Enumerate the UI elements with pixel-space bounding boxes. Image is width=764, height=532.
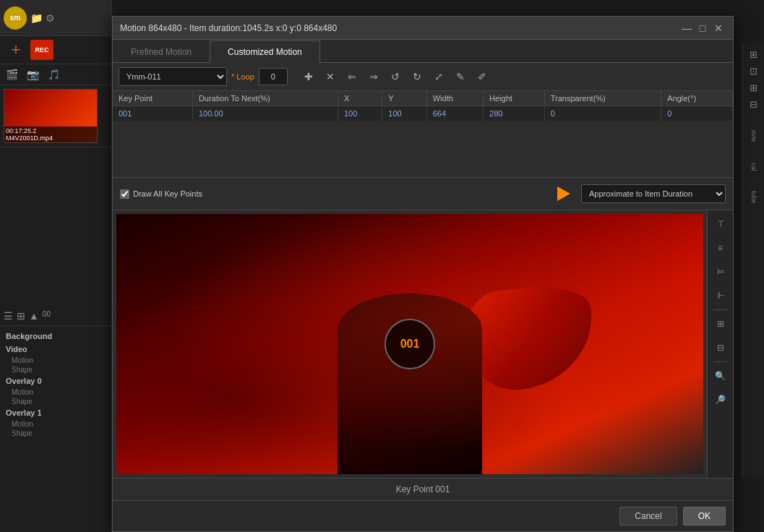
col-keypoint: Key Point bbox=[113, 91, 192, 106]
keypoint-bar: Key Point 001 bbox=[113, 478, 733, 500]
edit-button[interactable]: ✎ bbox=[451, 67, 470, 86]
cancel-button[interactable]: Cancel bbox=[619, 507, 677, 525]
edit2-button[interactable]: ✐ bbox=[473, 67, 492, 86]
maximize-button[interactable]: □ bbox=[695, 21, 710, 35]
ok-button[interactable]: OK bbox=[683, 507, 726, 525]
toolbar-row: Ymm-011 * Loop ✚ ✕ ⇐ ⇒ ↺ ↻ ⤢ ✎ ✐ bbox=[113, 63, 733, 91]
col-duration: Duration To Next(%) bbox=[192, 91, 338, 106]
preset-select[interactable]: Ymm-011 bbox=[119, 67, 227, 86]
action-row: Cancel OK bbox=[113, 500, 733, 531]
flip-button[interactable]: ⤢ bbox=[429, 67, 448, 86]
move-left-button[interactable]: ⇐ bbox=[343, 67, 361, 86]
tab-bar: Prefined Motion Customized Motion bbox=[113, 40, 733, 63]
distribute-h-button[interactable]: ⊞ bbox=[711, 314, 731, 334]
modal-overlay: Motion 864x480 - Item duration:1045.2s x… bbox=[0, 0, 764, 532]
distribute-v-button[interactable]: ⊟ bbox=[711, 338, 731, 358]
video-content: 001 bbox=[116, 214, 703, 474]
draw-all-checkbox[interactable] bbox=[120, 189, 129, 199]
loop-label: * Loop bbox=[231, 72, 254, 81]
loop-input[interactable] bbox=[259, 68, 288, 85]
play-icon bbox=[557, 186, 570, 201]
cell-y: 100 bbox=[382, 106, 426, 121]
draw-all-label[interactable]: Draw All Key Points bbox=[120, 189, 202, 199]
separator2 bbox=[713, 361, 728, 362]
draw-row: Draw All Key Points Approximate to Item … bbox=[113, 178, 733, 210]
keypoint-indicator: 001 bbox=[385, 319, 435, 369]
cell-angle: 0 bbox=[661, 106, 733, 121]
approximate-select[interactable]: Approximate to Item Duration bbox=[581, 184, 726, 203]
move-right-button[interactable]: ⇒ bbox=[364, 67, 383, 86]
cell-x: 100 bbox=[338, 106, 382, 121]
table-row[interactable]: 001 100.00 100 100 664 280 0 0 bbox=[113, 106, 733, 121]
tab-customized[interactable]: Customized Motion bbox=[210, 40, 320, 63]
rotate-cw-button[interactable]: ↻ bbox=[408, 67, 426, 86]
play-button[interactable] bbox=[554, 184, 574, 204]
cell-height: 280 bbox=[484, 106, 545, 121]
col-x: X bbox=[338, 91, 382, 106]
align-left-button[interactable]: ⊨ bbox=[711, 262, 731, 282]
cell-duration: 100.00 bbox=[192, 106, 338, 121]
cell-transparent: 0 bbox=[544, 106, 661, 121]
col-width: Width bbox=[426, 91, 483, 106]
delete-keypoint-button[interactable]: ✕ bbox=[321, 67, 340, 86]
modal-title: Motion 864x480 - Item duration:1045.2s x… bbox=[120, 23, 337, 33]
minimize-button[interactable]: — bbox=[679, 21, 694, 35]
rotate-ccw-button[interactable]: ↺ bbox=[386, 67, 405, 86]
cell-width: 664 bbox=[426, 106, 483, 121]
col-transparent: Transparent(%) bbox=[544, 91, 661, 106]
align-top-button[interactable]: ⊤ bbox=[711, 214, 731, 234]
motion-editor-dialog: Motion 864x480 - Item duration:1045.2s x… bbox=[112, 16, 734, 532]
col-height: Height bbox=[484, 91, 545, 106]
preview-area: 001 ⊤ ≡ ⊨ ⊩ ⊞ ⊟ 🔍 🔎 bbox=[113, 210, 733, 478]
preview-sidebar-tools: ⊤ ≡ ⊨ ⊩ ⊞ ⊟ 🔍 🔎 bbox=[707, 210, 733, 478]
zoom-out-button[interactable]: 🔎 bbox=[711, 390, 731, 410]
titlebar-buttons: — □ ✕ bbox=[679, 21, 726, 35]
tab-prefined[interactable]: Prefined Motion bbox=[113, 40, 210, 63]
align-right-button[interactable]: ⊩ bbox=[711, 286, 731, 306]
video-preview: 001 bbox=[116, 214, 703, 474]
zoom-in-button[interactable]: 🔍 bbox=[711, 366, 731, 386]
separator bbox=[713, 309, 728, 310]
align-middle-button[interactable]: ≡ bbox=[711, 238, 731, 258]
cell-keypoint: 001 bbox=[113, 106, 192, 121]
keypoint-display: Key Point 001 bbox=[396, 484, 450, 494]
toolbar-icons: ✚ ✕ ⇐ ⇒ ↺ ↻ ⤢ ✎ ✐ bbox=[299, 67, 492, 86]
col-y: Y bbox=[382, 91, 426, 106]
keypoints-table-wrapper[interactable]: Key Point Duration To Next(%) X Y Width … bbox=[113, 91, 733, 178]
keypoints-table: Key Point Duration To Next(%) X Y Width … bbox=[113, 91, 733, 121]
col-angle: Angle(°) bbox=[661, 91, 733, 106]
modal-titlebar: Motion 864x480 - Item duration:1045.2s x… bbox=[113, 17, 733, 40]
add-keypoint-button[interactable]: ✚ bbox=[299, 67, 318, 86]
close-button[interactable]: ✕ bbox=[711, 21, 726, 35]
